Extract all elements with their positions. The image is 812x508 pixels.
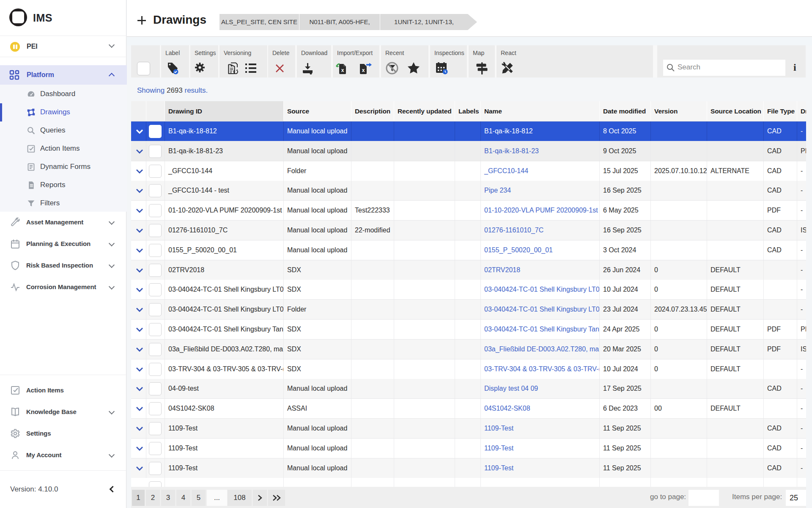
svg-text:x: x — [362, 67, 365, 73]
svg-text:x: x — [341, 67, 344, 73]
